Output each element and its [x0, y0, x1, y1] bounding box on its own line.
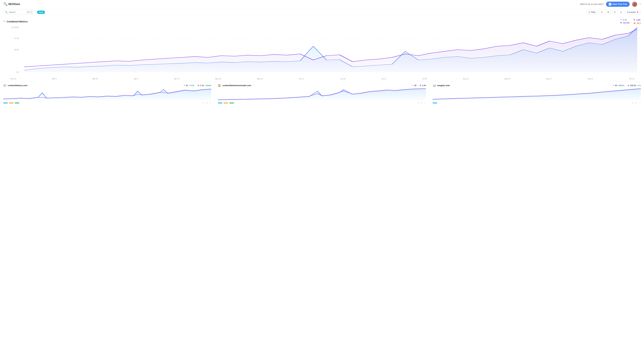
want-to-try-text: Want to try on your sites?	[580, 3, 604, 5]
site-name-1: 📰 cookevillebuzz.com →	[3, 84, 30, 87]
site-name-2: 🏠 cookevillehomeremodel.com →	[218, 84, 254, 87]
site-imp-change-3: +∞%	[637, 84, 641, 86]
svg-text:0: 0	[16, 71, 19, 73]
toolbar-left: 🔍 ⌘ + F SaaS	[3, 10, 45, 14]
metric-pair-1: ✦ 4.1k 👁 223.9k	[620, 18, 630, 24]
legend-green-1	[15, 102, 19, 103]
x-axis-labels: Feb 23 Mar 9 Mar 25 Apr 9 Apr 24 May 10 …	[3, 77, 641, 80]
site-metrics-2: ✦ 26 👁 2.4k	[412, 84, 426, 86]
chart-metrics: ✦ 4.1k 👁 223.9k ％ 1.84 🔥 46.2	[620, 18, 641, 24]
eye-icon-3[interactable]: 👁	[636, 102, 638, 104]
site-card-cookevillebuzz: 📰 cookevillebuzz.com → ✦ 61 +771% 👁 1.1k…	[0, 82, 214, 106]
site-arrow-1[interactable]: →	[29, 84, 30, 86]
star-icon-1[interactable]: ☆	[209, 102, 211, 104]
site-favicon-1: 📰	[3, 84, 6, 87]
sites-grid: 📰 cookevillebuzz.com → ✦ 61 +771% 👁 1.1k…	[0, 81, 644, 106]
logo-text: SEOGets	[8, 2, 20, 6]
mini-chart-1	[3, 88, 211, 101]
x-label-jun26: Jun 26	[340, 78, 346, 80]
site-name-text-1: cookevillebuzz.com	[8, 84, 27, 86]
saas-badge[interactable]: SaaS	[37, 11, 45, 14]
x-label-feb23: Feb 23	[10, 78, 16, 80]
search-input[interactable]	[9, 11, 25, 13]
impressions-value: 223.9k	[623, 22, 630, 24]
filter-icon: ⧖	[588, 11, 590, 14]
site-name-3: 📊 seogets.com →	[432, 84, 453, 87]
eye-icon-2[interactable]: 👁	[421, 102, 423, 104]
filter-button[interactable]: ⧖ Filter	[586, 10, 598, 14]
tag-icon-1[interactable]: 🏷	[202, 102, 205, 104]
x-label-jul11: Jul 11	[382, 78, 386, 80]
sparkle-icon-btn[interactable]: ✦	[600, 10, 604, 15]
svg-text:35: 35	[14, 48, 19, 51]
site-imp-icon-2: 👁	[420, 84, 421, 86]
eye-icon-1[interactable]: 👁	[206, 102, 208, 104]
chart-header: 〰 Combined Metrics ✦ 4.1k 👁 223.9k ％ 1.8…	[3, 18, 641, 24]
site-clicks-icon-1: ✦	[184, 84, 185, 86]
chart-title-text: Combined Metrics	[7, 20, 28, 23]
months-selector[interactable]: 8 months ▼	[625, 10, 641, 14]
months-label: 8 months	[627, 11, 636, 13]
x-label-aug10: Aug 10	[463, 78, 468, 80]
site-imp-change-1: +2456%	[205, 84, 212, 86]
clicks-value: 4.1k	[623, 18, 627, 21]
position-metric: 🔥 46.2	[633, 22, 641, 24]
legend-green-2	[230, 102, 234, 103]
tag-icon-3[interactable]: 🏷	[632, 102, 634, 104]
site-clicks-val-3: 4k	[615, 84, 617, 86]
months-chevron-icon: ▼	[636, 11, 639, 13]
star-icon-2[interactable]: ☆	[424, 102, 426, 104]
bookmark-icon-btn[interactable]: ⊙	[619, 10, 624, 15]
percent-icon-btn[interactable]: ％	[612, 10, 617, 15]
start-trial-button[interactable]: G Start Free Trial	[606, 2, 630, 7]
site-clicks-icon-3: ✦	[612, 84, 614, 86]
clicks-metric: ✦ 4.1k	[620, 18, 630, 21]
x-label-sep11: Sep 11	[546, 78, 552, 80]
site-imp-icon-3: 👁	[628, 84, 629, 86]
clicks-icon: ✦	[620, 19, 622, 21]
site-arrow-3[interactable]: →	[451, 84, 453, 86]
avatar[interactable]: 👤	[632, 2, 637, 7]
legend-orange-1	[9, 102, 14, 103]
star-icon-3[interactable]: ☆	[639, 102, 641, 104]
site-imp-val-1: 1.1k	[200, 84, 204, 86]
position-icon: 🔥	[633, 22, 636, 24]
x-label-aug26: Aug 26	[504, 78, 510, 80]
site-clicks-2: ✦ 26	[412, 84, 416, 86]
svg-text:70: 70	[14, 37, 19, 40]
mini-chart-2	[218, 88, 426, 101]
main-section: 〰 Combined Metrics ✦ 4.1k 👁 223.9k ％ 1.8…	[0, 16, 644, 80]
x-label-oct13: Oct 13	[629, 78, 634, 80]
site-card-header-2: 🏠 cookevillehomeremodel.com → ✦ 26 👁 2.4…	[218, 84, 426, 87]
legend-cyan-1	[3, 102, 8, 103]
site-clicks-change-1: +771%	[189, 84, 194, 86]
search-box[interactable]: 🔍 ⌘ + F	[3, 10, 36, 14]
site-clicks-1: ✦ 61 +771%	[184, 84, 194, 86]
x-label-jun11: Jun 11	[299, 78, 304, 80]
site-clicks-val-1: 61	[186, 84, 188, 86]
x-label-apr9: Apr 9	[134, 78, 138, 80]
avatar-chevron-icon: ▼	[639, 4, 641, 5]
site-card-seogets: 📊 seogets.com → ✦ 4k +4091% 👁 220.3k +∞%	[430, 82, 644, 106]
keyboard-hint: ⌘ + F	[26, 11, 33, 14]
x-label-jul26: Jul 26	[422, 78, 427, 80]
site-imp-val-3: 220.3k	[630, 84, 636, 86]
footer-icons-1: 🏷 👁 ☆	[202, 102, 211, 104]
site-metrics-3: ✦ 4k +4091% 👁 220.3k +∞%	[612, 84, 641, 86]
header: 🔍 SEOGets Want to try on your sites? G S…	[0, 0, 644, 8]
site-clicks-3: ✦ 4k +4091%	[612, 84, 624, 86]
site-arrow-2[interactable]: →	[252, 84, 254, 86]
site-name-text-2: cookevillehomeremodel.com	[222, 84, 251, 86]
mini-chart-3	[432, 88, 641, 101]
site-imp-val-2: 2.4k	[422, 84, 426, 86]
tag-icon-2[interactable]: 🏷	[417, 102, 420, 104]
card-footer-3: 🏷 👁 ☆	[432, 102, 641, 104]
toolbar-right: ⧖ Filter ✦ 👁 ％ ⊙ 8 months ▼	[586, 10, 641, 15]
filter-label: Filter	[591, 11, 596, 13]
eye-icon-btn[interactable]: 👁	[606, 10, 611, 15]
logo: 🔍 SEOGets	[3, 2, 20, 6]
svg-text:105: 105	[11, 26, 19, 28]
card-footer-1: 🏷 👁 ☆	[3, 102, 211, 104]
search-icon: 🔍	[5, 11, 8, 13]
footer-icons-3: 🏷 👁 ☆	[632, 102, 641, 104]
